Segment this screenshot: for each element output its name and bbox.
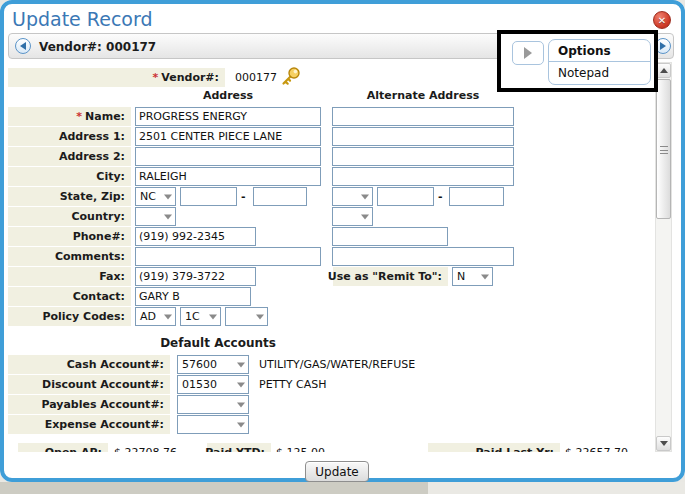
- alt-address1-input[interactable]: [332, 127, 514, 146]
- policy-code3-dropdown[interactable]: [225, 307, 268, 326]
- dropdown-arrow-icon: [164, 314, 172, 319]
- close-icon[interactable]: ✕: [653, 11, 671, 29]
- dropdown-arrow-icon: [237, 422, 245, 427]
- page-background: [428, 482, 685, 494]
- city-label: City:: [8, 167, 131, 186]
- remit-to-label: Use as "Remit To":: [333, 267, 448, 286]
- name-label: * Name:: [8, 107, 131, 126]
- paid-ytd-value: $ 125.00: [276, 446, 325, 452]
- comments-label: Comments:: [8, 247, 131, 266]
- default-accounts-header: Default Accounts: [8, 336, 428, 350]
- arrow-up-icon: [660, 68, 668, 73]
- address2-label: Address 2:: [8, 147, 131, 166]
- dropdown-arrow-icon: [361, 194, 369, 199]
- alt-phone-input[interactable]: [332, 227, 448, 246]
- phone-input[interactable]: [135, 227, 256, 246]
- phone-label: Phone#:: [8, 227, 131, 246]
- expense-account-dropdown[interactable]: [177, 415, 249, 434]
- menu-trigger-button[interactable]: [512, 41, 544, 65]
- alt-name-input[interactable]: [332, 107, 514, 126]
- scroll-up-button[interactable]: [656, 63, 671, 78]
- alt-zip4-input[interactable]: [449, 187, 504, 206]
- payables-account-label: Payables Account#:: [8, 395, 170, 414]
- zip-separator: -: [241, 190, 246, 203]
- cash-account-dropdown[interactable]: 57600: [177, 355, 249, 374]
- fax-input[interactable]: [135, 267, 256, 286]
- dropdown-arrow-icon: [256, 314, 264, 319]
- menu-item-notepad[interactable]: Notepad: [549, 62, 650, 84]
- vendor-number-label: * Vendor#:: [8, 68, 225, 87]
- options-menu-highlight: Options Notepad: [497, 30, 658, 92]
- dropdown-arrow-icon: [164, 194, 172, 199]
- discount-account-dropdown[interactable]: 01530: [177, 375, 249, 394]
- expense-account-label: Expense Account#:: [8, 415, 170, 434]
- address2-input[interactable]: [135, 147, 321, 166]
- discount-account-label: Discount Account#:: [8, 375, 170, 394]
- state-zip-label: State, Zip:: [8, 187, 131, 206]
- dialog-title: Update Record: [12, 8, 153, 30]
- required-marker: *: [76, 110, 82, 123]
- required-marker: *: [153, 71, 159, 84]
- address1-label: Address 1:: [8, 127, 131, 146]
- open-ap-value: $ 22708.76: [114, 446, 177, 452]
- scrollbar-thumb[interactable]: [656, 79, 671, 219]
- dropdown-arrow-icon: [237, 382, 245, 387]
- comments-input[interactable]: [135, 247, 321, 266]
- dropdown-arrow-icon: [361, 214, 369, 219]
- scroll-down-button[interactable]: [656, 436, 671, 451]
- city-input[interactable]: [135, 167, 321, 186]
- policy-codes-label: Policy Codes:: [8, 307, 131, 326]
- dropdown-arrow-icon: [481, 274, 489, 279]
- form-scroll-area: * Vendor#: 000177 Address Alternate Addr…: [8, 62, 654, 452]
- state-dropdown[interactable]: NC: [135, 187, 176, 206]
- policy-code1-dropdown[interactable]: AD: [135, 307, 176, 326]
- previous-record-icon[interactable]: [15, 38, 31, 54]
- arrow-left-icon: [20, 42, 26, 50]
- menu-item-options[interactable]: Options: [549, 40, 650, 62]
- discount-account-description: PETTY CASH: [259, 378, 327, 391]
- vertical-scrollbar[interactable]: [655, 62, 672, 452]
- name-input[interactable]: [135, 107, 321, 126]
- paid-ytd-label: Paid YTD:: [207, 443, 271, 452]
- cash-account-description: UTILITY/GAS/WATER/REFUSE: [259, 358, 415, 371]
- contact-label: Contact:: [8, 287, 131, 306]
- alt-comments-input[interactable]: [332, 247, 514, 266]
- arrow-right-icon: [660, 42, 666, 50]
- page: Update Record ✕ Vendor#: 000177 * Vendor…: [0, 0, 685, 494]
- alt-address2-input[interactable]: [332, 147, 514, 166]
- alt-country-dropdown[interactable]: [332, 207, 373, 226]
- arrow-down-icon: [660, 441, 668, 446]
- dropdown-arrow-icon: [237, 362, 245, 367]
- record-nav-label: Vendor#: 000177: [39, 40, 156, 54]
- country-dropdown[interactable]: [135, 207, 176, 226]
- options-menu: Options Notepad: [548, 39, 651, 85]
- cash-account-label: Cash Account#:: [8, 355, 170, 374]
- arrow-right-icon: [524, 47, 532, 59]
- fax-label: Fax:: [8, 267, 131, 286]
- remit-to-dropdown[interactable]: N: [452, 267, 493, 286]
- zip-separator: -: [438, 190, 443, 203]
- alt-city-input[interactable]: [332, 167, 514, 186]
- alt-zip-input[interactable]: [377, 187, 434, 206]
- paid-last-yr-label: Paid Last Yr:: [428, 443, 560, 452]
- policy-code2-dropdown[interactable]: 1C: [180, 307, 221, 326]
- address-column-header: Address: [135, 89, 321, 102]
- dropdown-arrow-icon: [209, 314, 217, 319]
- alt-state-dropdown[interactable]: [332, 187, 373, 206]
- dropdown-arrow-icon: [237, 402, 245, 407]
- scrollbar-grip-icon: [660, 146, 668, 154]
- contact-input[interactable]: [135, 287, 251, 306]
- update-button[interactable]: Update: [305, 461, 369, 482]
- payables-account-dropdown[interactable]: [177, 395, 249, 414]
- key-icon[interactable]: [280, 65, 302, 91]
- vendor-number-value: 000177: [235, 71, 277, 84]
- zip4-input[interactable]: [253, 187, 307, 206]
- dropdown-arrow-icon: [164, 214, 172, 219]
- open-ap-label: Open AP:: [18, 443, 108, 452]
- country-label: Country:: [8, 207, 131, 226]
- zip-input[interactable]: [180, 187, 237, 206]
- alternate-address-column-header: Alternate Address: [332, 89, 514, 102]
- page-background: [0, 482, 428, 494]
- paid-last-yr-value: $ 22657.70: [565, 446, 628, 452]
- address1-input[interactable]: [135, 127, 321, 146]
